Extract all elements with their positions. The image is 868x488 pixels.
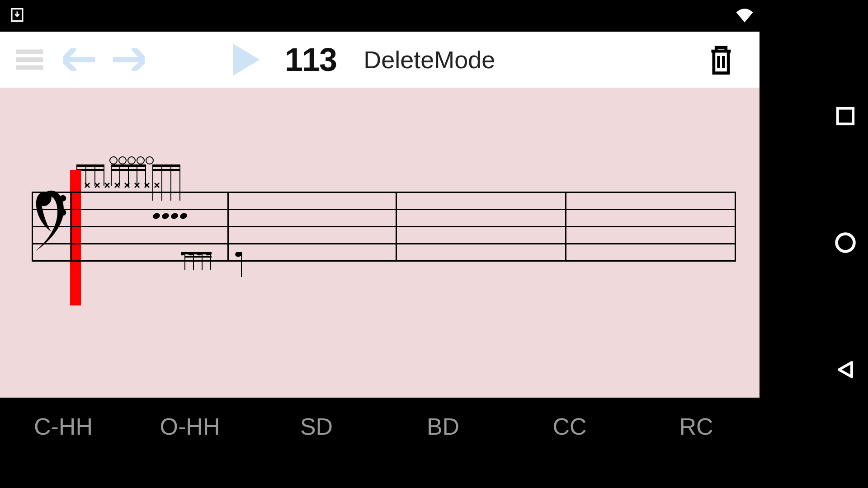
bass-clef-icon [35,183,67,256]
hihat-notes: ×××× ××××× [72,181,162,190]
svg-point-27 [60,209,66,216]
svg-rect-29 [184,256,212,258]
wifi-icon [735,5,755,27]
svg-point-41 [837,234,854,251]
bassdrum-group-1 [181,252,222,284]
back-button[interactable] [54,37,104,82]
back-nav-button[interactable] [835,359,856,382]
status-bar: 22:23 [0,0,868,32]
forward-button[interactable] [104,37,154,82]
snare-notes [153,213,187,219]
bassdrum-note-2 [235,252,253,284]
tempo-value[interactable]: 113 [285,41,336,78]
instrument-cc[interactable]: CC [506,398,633,455]
app-toolbar: 113 DeleteMode [0,32,760,88]
svg-rect-11 [152,164,180,167]
instrument-o-hh[interactable]: O-HH [127,398,253,455]
play-button[interactable] [222,37,271,82]
instrument-bar: C-HH O-HH SD BD CC RC [0,398,760,455]
android-nav-bar [823,0,868,488]
svg-rect-7 [76,164,104,167]
instrument-sd[interactable]: SD [253,398,380,455]
delete-button[interactable] [696,37,746,82]
download-icon [9,7,25,25]
svg-rect-40 [838,108,854,124]
open-hihat-markers [109,156,154,164]
instrument-rc[interactable]: RC [633,398,760,455]
instrument-c-hh[interactable]: C-HH [0,398,127,455]
svg-rect-12 [152,169,180,171]
menu-button[interactable] [5,37,54,82]
staff [32,192,736,278]
mode-label: DeleteMode [363,46,495,74]
notation-canvas[interactable]: ×××× ××××× [0,88,760,398]
overview-button[interactable] [835,106,856,128]
instrument-bd[interactable]: BD [380,398,506,455]
home-button[interactable] [834,231,857,256]
svg-point-26 [60,195,66,202]
